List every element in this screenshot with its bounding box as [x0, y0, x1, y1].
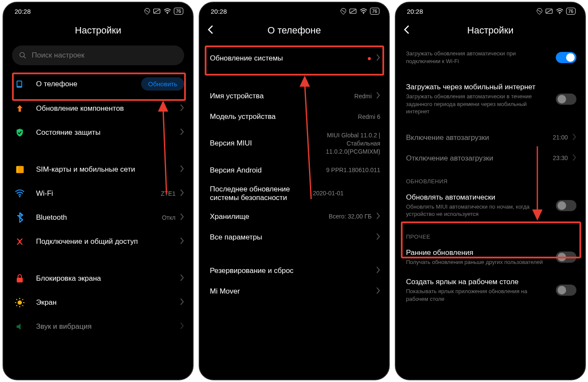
row-label: Версия MIUI	[210, 139, 303, 148]
row-security-status[interactable]: Состояние защиты	[3, 121, 193, 145]
row-label: Обновлять автоматически	[406, 193, 550, 202]
row-system-update[interactable]: Обновление системы	[200, 44, 389, 73]
row-security-patch[interactable]: Последнее обновление системы безопасност…	[200, 181, 389, 206]
status-icons: 76	[340, 8, 379, 15]
row-device-model[interactable]: Модель устройства Redmi 6	[200, 106, 389, 127]
toggle-switch[interactable]	[556, 200, 576, 211]
search-input[interactable]	[32, 51, 177, 60]
row-label: Состояние защиты	[36, 128, 176, 137]
row-display[interactable]: Экран	[3, 291, 193, 315]
row-autoload-on[interactable]: Включение автозагрузки 21:00	[396, 127, 585, 148]
toggle-switch[interactable]	[556, 252, 576, 263]
back-button[interactable]	[403, 25, 409, 36]
row-miui-version[interactable]: Версия MIUI MIUI Global 11.0.2 | Стабиль…	[200, 127, 389, 160]
row-subtitle: Обновлять MIUI автоматически по ночам, к…	[406, 203, 550, 218]
row-label: Имя устройства	[210, 92, 355, 100]
row-connection-sharing[interactable]: Подключение и общий доступ	[3, 230, 193, 254]
status-icons: 76	[144, 8, 183, 15]
row-android-version[interactable]: Версия Android 9 PPR1.180610.011	[200, 160, 389, 181]
chevron-right-icon	[180, 298, 184, 307]
row-download-mobile[interactable]: Загружать через мобильный интернет Загру…	[396, 77, 585, 121]
row-component-updates[interactable]: Обновление компонентов	[3, 97, 193, 121]
row-label: SIM-карты и мобильные сети	[36, 165, 176, 174]
row-value: Откл	[162, 214, 176, 222]
wifi-icon	[360, 8, 367, 14]
battery-level: 76	[174, 8, 183, 15]
page-title: Настройки	[467, 25, 514, 36]
header: Настройки	[396, 17, 585, 44]
sim-yellow-icon	[14, 164, 26, 176]
header: Настройки	[3, 17, 193, 44]
chevron-right-icon	[180, 274, 184, 283]
row-label: Ранние обновления	[406, 249, 550, 257]
status-time: 20:28	[407, 8, 423, 15]
search-icon	[19, 52, 27, 59]
sound-green-icon	[14, 321, 26, 333]
row-value: Redmi	[355, 92, 372, 100]
chevron-right-icon	[180, 165, 184, 174]
row-device-name[interactable]: Имя устройства Redmi	[200, 86, 389, 106]
sun-yellow-icon	[14, 297, 26, 309]
row-value: MIUI Global 11.0.2 | Стабильная 11.0.2.0…	[303, 131, 380, 156]
row-sim-cards[interactable]: SIM-карты и мобильные сети	[3, 158, 193, 182]
back-button[interactable]	[207, 25, 213, 36]
toggle-switch[interactable]	[556, 285, 576, 296]
row-wifi[interactable]: Wi-Fi ZTE1	[3, 182, 193, 206]
phone-screen-update-settings: 20:28 76 Настройки Загружать обновления …	[395, 2, 586, 380]
row-label: Резервирование и сброс	[210, 267, 372, 275]
svg-line-1	[154, 9, 159, 13]
status-time: 20:28	[211, 8, 227, 15]
status-bar: 20:28 76	[200, 3, 389, 17]
status-time: 20:28	[15, 8, 31, 15]
row-auto-update[interactable]: Обновлять автоматически Обновлять MIUI а…	[396, 187, 585, 224]
row-label: Звук и вибрация	[36, 322, 176, 331]
status-bar: 20:28 76	[3, 3, 193, 17]
svg-point-24	[363, 13, 364, 14]
row-label: Отключение автозагрузки	[406, 154, 553, 163]
do-not-disturb-icon	[536, 8, 543, 15]
svg-rect-10	[17, 278, 23, 282]
row-label: Обновление системы	[210, 54, 368, 63]
svg-point-9	[19, 196, 21, 197]
row-sound[interactable]: Звук и вибрация	[3, 315, 193, 339]
row-early-updates[interactable]: Ранние обновления Получать обновления ра…	[396, 243, 585, 272]
row-storage[interactable]: Хранилище Всего: 32,00 ГБ	[200, 206, 389, 227]
svg-point-2	[167, 13, 168, 14]
row-label: Загружать обновления автоматически при п…	[406, 50, 550, 65]
chevron-right-icon	[180, 189, 184, 198]
row-label: О телефоне	[36, 80, 141, 88]
row-all-specs[interactable]: Все параметры	[200, 227, 389, 248]
update-pill[interactable]: Обновить	[141, 77, 184, 91]
toggle-switch[interactable]	[556, 94, 576, 105]
arrow-up-orange-icon	[14, 103, 26, 115]
row-autoload-off[interactable]: Отключение автозагрузки 23:30	[396, 148, 585, 169]
svg-line-18	[22, 299, 23, 300]
row-backup-reset[interactable]: Резервирование и сброс	[200, 261, 389, 281]
row-label: Блокировка экрана	[36, 274, 176, 283]
row-mi-mover[interactable]: Mi Mover	[200, 281, 389, 302]
page-title: О телефоне	[267, 25, 321, 36]
battery-level: 76	[370, 8, 379, 15]
svg-line-17	[22, 305, 23, 306]
row-label: Все параметры	[210, 233, 372, 242]
row-about-phone[interactable]: О телефоне Обновить	[3, 71, 193, 97]
search-bar[interactable]	[12, 45, 184, 65]
chevron-right-icon	[572, 154, 576, 163]
battery-level: 76	[566, 8, 576, 15]
row-label: Модель устройства	[210, 112, 358, 121]
row-value: Всего: 32,00 ГБ	[329, 212, 372, 221]
row-auto-download-wifi[interactable]: Загружать обновления автоматически при п…	[396, 44, 585, 71]
wifi-blue-icon	[14, 188, 26, 200]
row-subtitle: Показывать ярлык приложения обновления н…	[406, 288, 550, 303]
wifi-icon	[164, 8, 171, 14]
section-header-other: ПРОЧЕЕ	[396, 224, 585, 243]
chevron-right-icon	[376, 54, 380, 63]
row-value: 2020-01-01	[313, 189, 344, 197]
row-bluetooth[interactable]: Bluetooth Откл	[3, 206, 193, 230]
chevron-right-icon	[376, 267, 380, 275]
row-create-shortcut[interactable]: Создать ярлык на рабочем столе Показыват…	[396, 272, 585, 303]
toggle-switch[interactable]	[556, 52, 576, 63]
row-lock-screen[interactable]: Блокировка экрана	[3, 267, 193, 291]
lock-red-icon	[14, 273, 26, 285]
share-red-icon	[14, 236, 26, 248]
